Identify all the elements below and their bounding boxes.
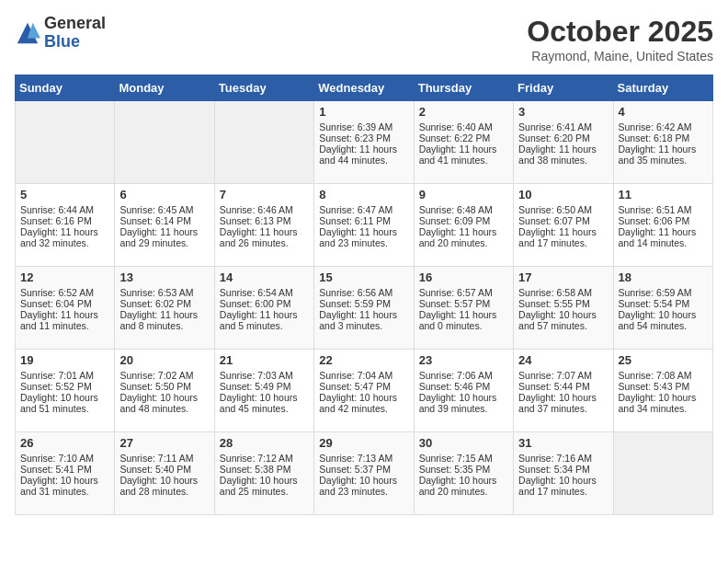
daylight-text: Daylight: 11 hours and 29 minutes. bbox=[119, 226, 209, 248]
calendar-cell: 2Sunrise: 6:40 AMSunset: 6:22 PMDaylight… bbox=[414, 101, 513, 184]
sunrise-text: Sunrise: 7:16 AM bbox=[518, 453, 608, 464]
weekday-header: Wednesday bbox=[314, 75, 414, 101]
sunrise-text: Sunrise: 6:47 AM bbox=[319, 204, 408, 215]
sunrise-text: Sunrise: 6:58 AM bbox=[518, 287, 608, 298]
calendar-cell: 9Sunrise: 6:48 AMSunset: 6:09 PMDaylight… bbox=[414, 184, 513, 267]
calendar-cell: 30Sunrise: 7:15 AMSunset: 5:35 PMDayligh… bbox=[414, 432, 513, 515]
sunrise-text: Sunrise: 6:40 AM bbox=[419, 121, 508, 132]
location: Raymond, Maine, United States bbox=[527, 49, 713, 63]
day-number: 24 bbox=[518, 353, 608, 367]
calendar-week-row: 12Sunrise: 6:52 AMSunset: 6:04 PMDayligh… bbox=[16, 267, 713, 350]
sunrise-text: Sunrise: 7:01 AM bbox=[20, 370, 109, 381]
day-number: 11 bbox=[619, 188, 708, 201]
daylight-text: Daylight: 10 hours and 51 minutes. bbox=[20, 392, 109, 414]
sunset-text: Sunset: 6:16 PM bbox=[20, 215, 109, 226]
sunset-text: Sunset: 6:13 PM bbox=[220, 215, 309, 226]
daylight-text: Daylight: 10 hours and 25 minutes. bbox=[220, 475, 309, 497]
calendar-cell: 24Sunrise: 7:07 AMSunset: 5:44 PMDayligh… bbox=[514, 350, 613, 432]
calendar-cell: 5Sunrise: 6:44 AMSunset: 6:16 PMDaylight… bbox=[16, 184, 115, 267]
daylight-text: Daylight: 10 hours and 54 minutes. bbox=[619, 309, 708, 331]
title-block: October 2025 Raymond, Maine, United Stat… bbox=[527, 15, 713, 63]
calendar-cell: 13Sunrise: 6:53 AMSunset: 6:02 PMDayligh… bbox=[115, 267, 214, 350]
sunset-text: Sunset: 5:52 PM bbox=[20, 381, 109, 392]
sunrise-text: Sunrise: 7:13 AM bbox=[319, 453, 408, 464]
calendar-week-row: 1Sunrise: 6:39 AMSunset: 6:23 PMDaylight… bbox=[16, 101, 713, 184]
sunset-text: Sunset: 5:46 PM bbox=[419, 381, 508, 392]
calendar-cell: 7Sunrise: 6:46 AMSunset: 6:13 PMDaylight… bbox=[214, 184, 313, 267]
daylight-text: Daylight: 11 hours and 8 minutes. bbox=[119, 309, 209, 331]
calendar-cell bbox=[16, 101, 115, 184]
calendar-cell: 19Sunrise: 7:01 AMSunset: 5:52 PMDayligh… bbox=[16, 350, 115, 432]
day-number: 10 bbox=[518, 188, 608, 201]
logo: General Blue bbox=[15, 15, 106, 52]
calendar-cell: 18Sunrise: 6:59 AMSunset: 5:54 PMDayligh… bbox=[613, 267, 712, 350]
logo-text: General Blue bbox=[44, 15, 106, 52]
calendar-cell bbox=[115, 101, 214, 184]
sunrise-text: Sunrise: 6:44 AM bbox=[20, 204, 109, 215]
daylight-text: Daylight: 11 hours and 41 minutes. bbox=[419, 144, 508, 166]
calendar-cell: 10Sunrise: 6:50 AMSunset: 6:07 PMDayligh… bbox=[514, 184, 613, 267]
calendar-cell bbox=[214, 101, 313, 184]
sunset-text: Sunset: 6:00 PM bbox=[220, 298, 309, 309]
sunrise-text: Sunrise: 6:51 AM bbox=[619, 204, 708, 215]
sunset-text: Sunset: 5:50 PM bbox=[119, 381, 209, 392]
sunrise-text: Sunrise: 6:56 AM bbox=[319, 287, 408, 298]
daylight-text: Daylight: 10 hours and 34 minutes. bbox=[619, 392, 708, 414]
sunset-text: Sunset: 6:22 PM bbox=[419, 132, 508, 144]
sunrise-text: Sunrise: 7:03 AM bbox=[220, 370, 309, 381]
sunset-text: Sunset: 6:06 PM bbox=[619, 215, 708, 226]
sunset-text: Sunset: 5:49 PM bbox=[220, 381, 309, 392]
daylight-text: Daylight: 10 hours and 20 minutes. bbox=[419, 475, 508, 497]
sunrise-text: Sunrise: 7:02 AM bbox=[119, 370, 209, 381]
weekday-header: Friday bbox=[514, 75, 613, 101]
day-number: 25 bbox=[619, 353, 708, 367]
calendar-cell: 21Sunrise: 7:03 AMSunset: 5:49 PMDayligh… bbox=[214, 350, 313, 432]
daylight-text: Daylight: 11 hours and 11 minutes. bbox=[20, 309, 109, 331]
sunset-text: Sunset: 5:37 PM bbox=[319, 464, 408, 475]
sunset-text: Sunset: 5:47 PM bbox=[319, 381, 408, 392]
day-number: 18 bbox=[619, 270, 708, 284]
month-title: October 2025 bbox=[527, 15, 713, 49]
day-number: 27 bbox=[119, 436, 209, 450]
day-number: 21 bbox=[220, 353, 309, 367]
daylight-text: Daylight: 11 hours and 26 minutes. bbox=[220, 226, 309, 248]
sunrise-text: Sunrise: 6:59 AM bbox=[619, 287, 708, 298]
calendar-cell: 16Sunrise: 6:57 AMSunset: 5:57 PMDayligh… bbox=[414, 267, 513, 350]
daylight-text: Daylight: 11 hours and 44 minutes. bbox=[319, 144, 408, 166]
sunset-text: Sunset: 5:59 PM bbox=[319, 298, 408, 309]
daylight-text: Daylight: 10 hours and 28 minutes. bbox=[119, 475, 209, 497]
calendar-week-row: 26Sunrise: 7:10 AMSunset: 5:41 PMDayligh… bbox=[16, 432, 713, 515]
calendar-cell: 31Sunrise: 7:16 AMSunset: 5:34 PMDayligh… bbox=[514, 432, 613, 515]
page-header: General Blue October 2025 Raymond, Maine… bbox=[15, 15, 713, 63]
sunset-text: Sunset: 6:18 PM bbox=[619, 132, 708, 144]
sunset-text: Sunset: 5:35 PM bbox=[419, 464, 508, 475]
day-number: 7 bbox=[220, 188, 309, 201]
daylight-text: Daylight: 11 hours and 17 minutes. bbox=[518, 226, 608, 248]
day-number: 4 bbox=[619, 105, 708, 119]
day-number: 8 bbox=[319, 188, 408, 201]
calendar-cell: 29Sunrise: 7:13 AMSunset: 5:37 PMDayligh… bbox=[314, 432, 414, 515]
daylight-text: Daylight: 11 hours and 32 minutes. bbox=[20, 226, 109, 248]
calendar-cell: 1Sunrise: 6:39 AMSunset: 6:23 PMDaylight… bbox=[314, 101, 414, 184]
sunset-text: Sunset: 5:34 PM bbox=[518, 464, 608, 475]
sunrise-text: Sunrise: 6:48 AM bbox=[419, 204, 508, 215]
weekday-header: Saturday bbox=[613, 75, 712, 101]
sunrise-text: Sunrise: 6:50 AM bbox=[518, 204, 608, 215]
daylight-text: Daylight: 10 hours and 37 minutes. bbox=[518, 392, 608, 414]
weekday-header-row: SundayMondayTuesdayWednesdayThursdayFrid… bbox=[16, 75, 713, 101]
sunrise-text: Sunrise: 7:11 AM bbox=[119, 453, 209, 464]
calendar-cell: 28Sunrise: 7:12 AMSunset: 5:38 PMDayligh… bbox=[214, 432, 313, 515]
calendar-cell: 26Sunrise: 7:10 AMSunset: 5:41 PMDayligh… bbox=[16, 432, 115, 515]
sunrise-text: Sunrise: 6:42 AM bbox=[619, 121, 708, 132]
sunset-text: Sunset: 6:20 PM bbox=[518, 132, 608, 144]
day-number: 5 bbox=[20, 188, 109, 201]
calendar-cell: 23Sunrise: 7:06 AMSunset: 5:46 PMDayligh… bbox=[414, 350, 513, 432]
day-number: 14 bbox=[220, 270, 309, 284]
logo-icon bbox=[15, 20, 40, 46]
sunset-text: Sunset: 5:55 PM bbox=[518, 298, 608, 309]
sunrise-text: Sunrise: 7:08 AM bbox=[619, 370, 708, 381]
sunrise-text: Sunrise: 6:45 AM bbox=[119, 204, 209, 215]
day-number: 19 bbox=[20, 353, 109, 367]
sunrise-text: Sunrise: 6:57 AM bbox=[419, 287, 508, 298]
calendar-table: SundayMondayTuesdayWednesdayThursdayFrid… bbox=[15, 75, 713, 515]
